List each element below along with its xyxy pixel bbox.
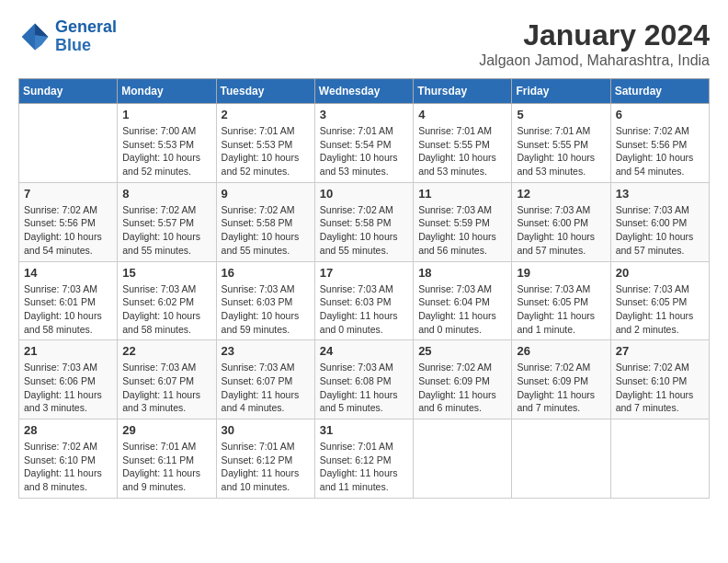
logo-line2: Blue [55, 36, 91, 54]
calendar-cell: 14Sunrise: 7:03 AM Sunset: 6:01 PM Dayli… [19, 261, 118, 340]
page-header: General Blue January 2024 Jalgaon Jamod,… [18, 18, 710, 69]
calendar-cell: 1Sunrise: 7:00 AM Sunset: 5:53 PM Daylig… [118, 104, 216, 183]
day-number: 17 [320, 266, 408, 280]
calendar-table: SundayMondayTuesdayWednesdayThursdayFrid… [18, 78, 710, 499]
title-block: January 2024 Jalgaon Jamod, Maharashtra,… [479, 18, 710, 69]
day-number: 29 [122, 423, 210, 437]
day-info: Sunrise: 7:03 AM Sunset: 6:04 PM Dayligh… [418, 282, 506, 337]
day-info: Sunrise: 7:03 AM Sunset: 6:01 PM Dayligh… [24, 282, 112, 337]
day-info: Sunrise: 7:01 AM Sunset: 6:12 PM Dayligh… [320, 440, 408, 494]
calendar-cell: 29Sunrise: 7:01 AM Sunset: 6:11 PM Dayli… [118, 419, 216, 499]
header-day: Monday [118, 79, 216, 104]
calendar-cell: 4Sunrise: 7:01 AM Sunset: 5:55 PM Daylig… [414, 104, 512, 183]
calendar-cell: 13Sunrise: 7:03 AM Sunset: 6:00 PM Dayli… [610, 182, 709, 261]
day-info: Sunrise: 7:03 AM Sunset: 6:05 PM Dayligh… [616, 282, 704, 337]
day-info: Sunrise: 7:02 AM Sunset: 5:58 PM Dayligh… [320, 203, 408, 258]
calendar-cell: 2Sunrise: 7:01 AM Sunset: 5:53 PM Daylig… [216, 104, 314, 183]
day-info: Sunrise: 7:02 AM Sunset: 5:56 PM Dayligh… [616, 124, 704, 178]
calendar-cell: 17Sunrise: 7:03 AM Sunset: 6:03 PM Dayli… [314, 261, 413, 340]
calendar-cell: 24Sunrise: 7:03 AM Sunset: 6:08 PM Dayli… [314, 340, 413, 419]
calendar-cell: 20Sunrise: 7:03 AM Sunset: 6:05 PM Dayli… [610, 261, 709, 340]
day-number: 28 [24, 423, 112, 437]
logo: General Blue [18, 18, 117, 55]
day-number: 30 [222, 423, 310, 437]
day-number: 20 [616, 266, 704, 280]
calendar-cell: 18Sunrise: 7:03 AM Sunset: 6:04 PM Dayli… [414, 261, 512, 340]
header-day: Tuesday [216, 79, 314, 104]
day-number: 10 [320, 187, 408, 201]
day-number: 14 [24, 266, 112, 280]
calendar-cell: 8Sunrise: 7:02 AM Sunset: 5:57 PM Daylig… [118, 182, 216, 261]
calendar-cell [512, 419, 610, 499]
page-title: January 2024 [479, 18, 710, 52]
day-number: 6 [616, 108, 704, 121]
day-info: Sunrise: 7:02 AM Sunset: 6:10 PM Dayligh… [616, 361, 704, 415]
day-number: 27 [616, 344, 704, 358]
calendar-cell: 30Sunrise: 7:01 AM Sunset: 6:12 PM Dayli… [216, 419, 314, 499]
day-number: 16 [222, 266, 310, 280]
day-number: 23 [222, 344, 310, 358]
calendar-cell: 9Sunrise: 7:02 AM Sunset: 5:58 PM Daylig… [216, 182, 314, 261]
day-number: 21 [24, 344, 112, 358]
header-day: Sunday [19, 79, 118, 104]
day-info: Sunrise: 7:01 AM Sunset: 5:55 PM Dayligh… [418, 124, 506, 178]
calendar-cell: 26Sunrise: 7:02 AM Sunset: 6:09 PM Dayli… [512, 340, 610, 419]
day-number: 12 [517, 187, 605, 201]
calendar-cell [19, 104, 118, 183]
header-row: SundayMondayTuesdayWednesdayThursdayFrid… [19, 79, 710, 104]
calendar-cell: 22Sunrise: 7:03 AM Sunset: 6:07 PM Dayli… [118, 340, 216, 419]
day-info: Sunrise: 7:02 AM Sunset: 6:10 PM Dayligh… [24, 440, 112, 494]
calendar-week-row: 28Sunrise: 7:02 AM Sunset: 6:10 PM Dayli… [19, 419, 710, 499]
day-number: 25 [418, 344, 506, 358]
day-info: Sunrise: 7:02 AM Sunset: 5:56 PM Dayligh… [24, 203, 112, 258]
header-day: Wednesday [314, 79, 413, 104]
day-number: 31 [320, 423, 408, 437]
calendar-cell: 12Sunrise: 7:03 AM Sunset: 6:00 PM Dayli… [512, 182, 610, 261]
calendar-week-row: 1Sunrise: 7:00 AM Sunset: 5:53 PM Daylig… [19, 104, 710, 183]
day-info: Sunrise: 7:01 AM Sunset: 5:54 PM Dayligh… [320, 124, 408, 178]
day-number: 5 [517, 108, 605, 121]
day-number: 18 [418, 266, 506, 280]
logo-icon [18, 20, 51, 53]
calendar-cell: 6Sunrise: 7:02 AM Sunset: 5:56 PM Daylig… [610, 104, 709, 183]
calendar-cell: 23Sunrise: 7:03 AM Sunset: 6:07 PM Dayli… [216, 340, 314, 419]
day-info: Sunrise: 7:02 AM Sunset: 5:58 PM Dayligh… [222, 203, 310, 258]
day-info: Sunrise: 7:03 AM Sunset: 6:00 PM Dayligh… [616, 203, 704, 258]
calendar-cell: 5Sunrise: 7:01 AM Sunset: 5:55 PM Daylig… [512, 104, 610, 183]
day-info: Sunrise: 7:03 AM Sunset: 6:00 PM Dayligh… [517, 203, 605, 258]
calendar-cell: 7Sunrise: 7:02 AM Sunset: 5:56 PM Daylig… [19, 182, 118, 261]
day-number: 3 [320, 108, 408, 121]
calendar-cell: 10Sunrise: 7:02 AM Sunset: 5:58 PM Dayli… [314, 182, 413, 261]
day-info: Sunrise: 7:01 AM Sunset: 5:53 PM Dayligh… [222, 124, 310, 178]
day-info: Sunrise: 7:03 AM Sunset: 6:03 PM Dayligh… [320, 282, 408, 337]
calendar-cell: 27Sunrise: 7:02 AM Sunset: 6:10 PM Dayli… [610, 340, 709, 419]
calendar-cell: 15Sunrise: 7:03 AM Sunset: 6:02 PM Dayli… [118, 261, 216, 340]
day-number: 4 [418, 108, 506, 121]
day-number: 24 [320, 344, 408, 358]
logo-text: General Blue [55, 18, 117, 55]
day-info: Sunrise: 7:03 AM Sunset: 6:02 PM Dayligh… [122, 282, 210, 337]
calendar-cell [414, 419, 512, 499]
calendar-cell: 31Sunrise: 7:01 AM Sunset: 6:12 PM Dayli… [314, 419, 413, 499]
calendar-cell [610, 419, 709, 499]
header-day: Thursday [414, 79, 512, 104]
day-info: Sunrise: 7:02 AM Sunset: 6:09 PM Dayligh… [418, 361, 506, 415]
calendar-week-row: 14Sunrise: 7:03 AM Sunset: 6:01 PM Dayli… [19, 261, 710, 340]
header-day: Saturday [610, 79, 709, 104]
day-number: 15 [122, 266, 210, 280]
day-info: Sunrise: 7:02 AM Sunset: 6:09 PM Dayligh… [517, 361, 605, 415]
day-info: Sunrise: 7:01 AM Sunset: 6:12 PM Dayligh… [222, 440, 310, 494]
svg-marker-1 [35, 23, 48, 36]
day-info: Sunrise: 7:03 AM Sunset: 6:05 PM Dayligh… [517, 282, 605, 337]
svg-marker-2 [35, 35, 48, 50]
day-info: Sunrise: 7:03 AM Sunset: 6:03 PM Dayligh… [222, 282, 310, 337]
day-number: 2 [222, 108, 310, 121]
day-info: Sunrise: 7:01 AM Sunset: 6:11 PM Dayligh… [122, 440, 210, 494]
calendar-cell: 3Sunrise: 7:01 AM Sunset: 5:54 PM Daylig… [314, 104, 413, 183]
header-day: Friday [512, 79, 610, 104]
day-info: Sunrise: 7:03 AM Sunset: 5:59 PM Dayligh… [418, 203, 506, 258]
day-info: Sunrise: 7:00 AM Sunset: 5:53 PM Dayligh… [122, 124, 210, 178]
day-info: Sunrise: 7:02 AM Sunset: 5:57 PM Dayligh… [122, 203, 210, 258]
day-number: 26 [517, 344, 605, 358]
logo-line1: General [55, 17, 117, 36]
